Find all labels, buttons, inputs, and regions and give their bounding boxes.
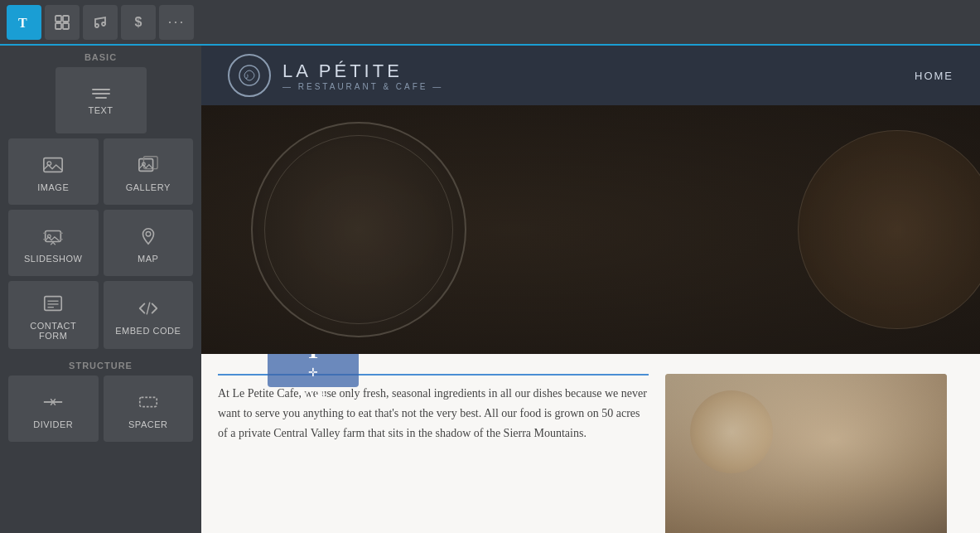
structure-section-label: STRUCTURE (0, 354, 201, 376)
spacer-label: SPACER (128, 419, 167, 429)
page-content: T ✛ TITLE At Le Petite Cafe, we use only… (201, 354, 980, 533)
nav-home[interactable]: HOME (915, 70, 953, 82)
sidebar-item-spacer[interactable]: SPACER (104, 376, 194, 442)
slideshow-label: SLIDESHOW (24, 254, 83, 264)
svg-text:♪: ♪ (245, 71, 249, 80)
map-label: MAP (138, 254, 158, 264)
svg-rect-2 (63, 16, 69, 22)
gallery-icon (138, 154, 159, 176)
svg-point-14 (146, 231, 151, 236)
structure-grid: DIVIDER SPACER (0, 376, 201, 447)
sidebar-item-text[interactable]: TEXT (56, 67, 147, 133)
divider-label: DIVIDER (33, 419, 73, 429)
svg-rect-7 (44, 158, 62, 172)
plate-decoration-right (798, 130, 980, 329)
content-area: ♪ LA PÉTITE — RESTAURANT & CAFE — HOME T (201, 46, 980, 533)
basic-section-label: BASIC (0, 46, 201, 67)
logo-text: LA PÉTITE — RESTAURANT & CAFE — (282, 61, 443, 91)
drag-cross-icon: ✛ (308, 366, 318, 379)
sidebar-item-slideshow[interactable]: SLIDESHOW (8, 210, 99, 276)
embed-code-icon (138, 298, 159, 319)
brand-name: LA PÉTITE (282, 61, 403, 82)
contact-form-icon (42, 293, 64, 314)
sidebar: BASIC TEXT IMAGE (0, 46, 201, 533)
more-tool-button[interactable]: ··· (159, 5, 194, 40)
divider-icon (42, 391, 64, 413)
svg-rect-3 (56, 23, 61, 29)
sidebar-item-divider[interactable]: DIVIDER (8, 376, 99, 442)
spacer-icon (138, 391, 159, 413)
main-layout: BASIC TEXT IMAGE (0, 46, 980, 533)
embed-code-label: EMBED CODE (115, 326, 181, 336)
title-overlay-label: TITLE (268, 389, 359, 399)
sidebar-item-image[interactable]: IMAGE (8, 138, 99, 205)
text-label: TEXT (88, 105, 113, 115)
sidebar-item-gallery[interactable]: GALLERY (104, 138, 194, 205)
title-drag-overlay[interactable]: T ✛ (268, 354, 359, 387)
basic-grid: TEXT IMAGE (0, 67, 201, 354)
media-tool-button[interactable] (83, 5, 118, 40)
site-header: ♪ LA PÉTITE — RESTAURANT & CAFE — HOME (201, 46, 980, 105)
site-logo: ♪ LA PÉTITE — RESTAURANT & CAFE — (228, 54, 443, 97)
title-t-icon: T (306, 354, 321, 362)
svg-point-6 (102, 22, 105, 26)
plate-decoration-left (251, 122, 466, 337)
text-block: T ✛ TITLE At Le Petite Cafe, we use only… (218, 374, 649, 513)
layout-tool-button[interactable] (45, 5, 80, 40)
text-icon (92, 89, 110, 99)
gallery-label: GALLERY (126, 182, 171, 192)
sidebar-item-embed-code[interactable]: EMBED CODE (104, 281, 194, 349)
payment-tool-button[interactable]: $ (121, 5, 156, 40)
svg-point-5 (95, 24, 99, 27)
svg-rect-4 (63, 23, 69, 29)
slideshow-icon (42, 225, 64, 247)
text-tool-button[interactable]: T (7, 5, 41, 40)
svg-rect-1 (56, 16, 61, 22)
brand-sub: — RESTAURANT & CAFE — (282, 82, 443, 91)
logo-circle: ♪ (228, 54, 271, 97)
svg-text:T: T (18, 16, 27, 30)
sidebar-item-map[interactable]: MAP (104, 210, 194, 276)
contact-form-label: CONTACTFORM (30, 321, 76, 341)
svg-rect-21 (140, 397, 157, 406)
image-icon (42, 154, 64, 176)
svg-line-19 (147, 303, 150, 315)
sidebar-item-contact-form[interactable]: CONTACTFORM (8, 281, 99, 349)
svg-point-22 (239, 65, 259, 85)
map-icon (138, 225, 159, 247)
food-image (665, 374, 947, 533)
svg-rect-15 (45, 297, 61, 311)
image-label: IMAGE (37, 182, 69, 192)
top-toolbar: T $ ··· (0, 0, 980, 46)
hero-image (201, 105, 980, 354)
